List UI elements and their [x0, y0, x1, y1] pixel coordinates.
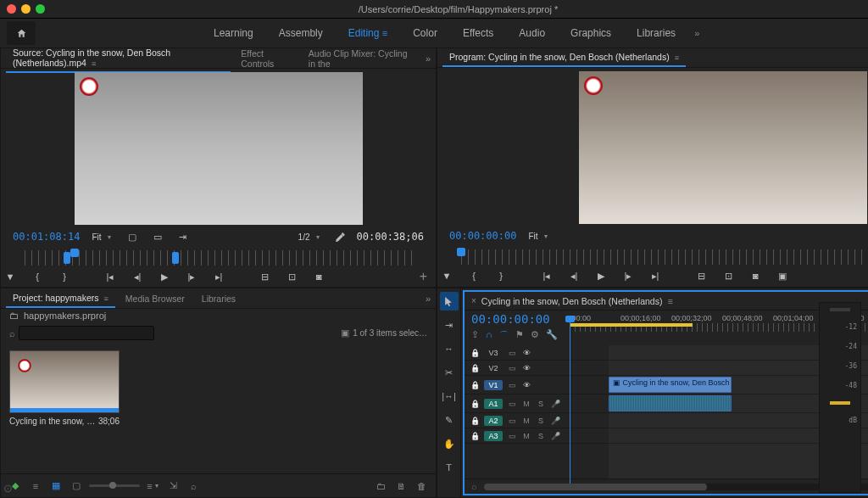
- safe-margins-icon[interactable]: ▢: [123, 228, 142, 245]
- workspace-audio[interactable]: Audio: [507, 22, 557, 44]
- mark-out-button[interactable]: }: [492, 267, 510, 284]
- project-items-area[interactable]: Cycling in the snow, … 38;06: [1, 344, 436, 473]
- export-frame-button[interactable]: ◙: [746, 267, 765, 284]
- find-button[interactable]: ⌕: [186, 478, 201, 494]
- eye-icon[interactable]: [521, 364, 531, 372]
- step-back-button[interactable]: ◂|: [565, 267, 583, 284]
- program-resolution-combo[interactable]: Full: [865, 230, 868, 243]
- ripple-edit-tool[interactable]: ↔: [440, 339, 459, 358]
- nest-toggle-icon[interactable]: ⇪: [471, 329, 479, 342]
- program-playhead[interactable]: [457, 248, 465, 256]
- linked-selection-icon[interactable]: ⌒: [499, 329, 509, 342]
- workspace-learning[interactable]: Learning: [202, 22, 265, 44]
- solo-button[interactable]: S: [536, 400, 546, 408]
- automate-to-sequence-button[interactable]: ⇲: [165, 478, 181, 494]
- mark-in-button[interactable]: {: [465, 267, 483, 284]
- thumbnail-scrub-bar[interactable]: [10, 408, 119, 412]
- button-editor-button[interactable]: +: [420, 269, 427, 284]
- sync-lock-icon[interactable]: ▭: [507, 400, 517, 408]
- voice-over-icon[interactable]: 🎤: [550, 417, 560, 425]
- sequence-name[interactable]: Cycling in the snow, Den Bosch (Netherla…: [481, 296, 663, 306]
- track-header-v1[interactable]: V1▭: [465, 376, 609, 394]
- source-in-timecode[interactable]: 00:01:08:14: [13, 231, 80, 243]
- close-window-icon[interactable]: [7, 4, 16, 14]
- mute-button[interactable]: M: [521, 432, 531, 440]
- mark-out-button[interactable]: }: [55, 268, 74, 285]
- sync-lock-icon[interactable]: ▭: [507, 432, 517, 440]
- go-to-in-button[interactable]: |◂: [537, 267, 556, 284]
- minimize-window-icon[interactable]: [21, 4, 31, 14]
- lock-icon[interactable]: [470, 432, 480, 440]
- project-bin-path[interactable]: 🗀 happymakers.prproj: [1, 309, 436, 322]
- lock-icon[interactable]: [470, 364, 480, 372]
- go-to-out-button[interactable]: ▸|: [646, 267, 665, 284]
- workspace-editing[interactable]: Editing ≡: [337, 22, 399, 44]
- sync-lock-icon[interactable]: ▭: [507, 417, 517, 425]
- timeline-playhead[interactable]: [570, 321, 570, 490]
- play-button[interactable]: ▶: [592, 267, 610, 284]
- lock-icon[interactable]: [470, 349, 480, 357]
- export-frame-button[interactable]: ◙: [309, 268, 328, 285]
- video-clip[interactable]: ▣ Cycling in the snow, Den Bosch (Nether: [609, 377, 732, 393]
- mute-button[interactable]: M: [521, 400, 531, 408]
- audio-mixer-tab[interactable]: Audio Clip Mixer: Cycling in the: [302, 45, 422, 72]
- drag-audio-icon[interactable]: ⇥: [174, 228, 192, 245]
- overwrite-button[interactable]: ⊡: [282, 268, 301, 285]
- creative-cloud-icon[interactable]: ⊙: [3, 482, 13, 495]
- libraries-tab[interactable]: Libraries: [195, 290, 242, 307]
- in-point-marker[interactable]: [64, 252, 70, 264]
- icon-view-button[interactable]: ▦: [48, 478, 64, 494]
- sort-button[interactable]: ≡: [145, 478, 160, 494]
- eye-icon[interactable]: [521, 349, 531, 357]
- snap-toggle-icon[interactable]: ∩: [486, 329, 492, 342]
- solo-button[interactable]: S: [536, 432, 546, 440]
- workspace-effects[interactable]: Effects: [451, 22, 505, 44]
- track-select-tool[interactable]: ⇥: [440, 316, 459, 334]
- list-view-button[interactable]: ≡: [28, 478, 43, 494]
- workspace-graphics[interactable]: Graphics: [559, 22, 623, 44]
- overflow-tabs-button[interactable]: »: [426, 53, 431, 64]
- source-time-ruler[interactable]: [25, 250, 412, 266]
- add-marker-button[interactable]: ▼: [1, 268, 19, 285]
- play-button[interactable]: ▶: [155, 268, 174, 285]
- track-header-a2[interactable]: A2▭MS🎤: [465, 413, 609, 428]
- effect-controls-tab[interactable]: Effect Controls: [234, 45, 298, 72]
- panel-menu-icon[interactable]: ≡: [104, 294, 108, 303]
- source-playhead[interactable]: [70, 249, 79, 257]
- selection-tool[interactable]: [440, 292, 459, 311]
- lift-button[interactable]: ⊟: [692, 267, 710, 284]
- marker-icon[interactable]: ⚑: [515, 329, 524, 342]
- thumbnail-size-slider[interactable]: [89, 484, 140, 487]
- mark-in-button[interactable]: {: [28, 268, 47, 285]
- insert-button[interactable]: ⊟: [255, 268, 274, 285]
- lock-icon[interactable]: [470, 417, 480, 425]
- add-marker-button[interactable]: ▼: [437, 267, 456, 284]
- project-search-input[interactable]: [19, 326, 154, 340]
- project-tab[interactable]: Project: happymakers≡: [6, 289, 115, 308]
- extract-button[interactable]: ⊡: [719, 267, 737, 284]
- sync-lock-icon[interactable]: ▭: [507, 349, 517, 357]
- new-bin-button[interactable]: 🗀: [373, 478, 388, 494]
- program-tab[interactable]: Program: Cycling in the snow, Den Bosch …: [442, 48, 686, 67]
- panel-menu-icon[interactable]: ≡: [675, 53, 679, 62]
- drag-video-icon[interactable]: ▭: [148, 228, 167, 245]
- program-display[interactable]: [579, 71, 867, 224]
- slip-tool[interactable]: |↔|: [440, 387, 459, 406]
- razor-tool[interactable]: ✂: [440, 363, 459, 382]
- comparison-view-button[interactable]: ▣: [773, 267, 792, 284]
- zoom-out-handle[interactable]: ○: [471, 482, 477, 492]
- out-point-marker[interactable]: [172, 252, 179, 264]
- close-sequence-button[interactable]: ×: [471, 296, 476, 305]
- lock-icon[interactable]: [470, 381, 480, 389]
- source-display[interactable]: [75, 72, 363, 225]
- track-header-a1[interactable]: A1▭MS🎤: [465, 394, 609, 413]
- program-zoom-combo[interactable]: Fit: [523, 230, 552, 243]
- source-resolution-combo[interactable]: 1/2: [293, 231, 325, 243]
- source-zoom-combo[interactable]: Fit: [86, 231, 115, 243]
- settings-icon[interactable]: ⚙: [531, 329, 539, 342]
- workspace-libraries[interactable]: Libraries: [625, 22, 687, 44]
- overflow-tabs-button[interactable]: »: [426, 294, 431, 304]
- panel-menu-icon[interactable]: ≡: [667, 296, 672, 306]
- step-back-button[interactable]: ◂|: [128, 268, 147, 285]
- new-item-button[interactable]: 🗎: [393, 478, 409, 494]
